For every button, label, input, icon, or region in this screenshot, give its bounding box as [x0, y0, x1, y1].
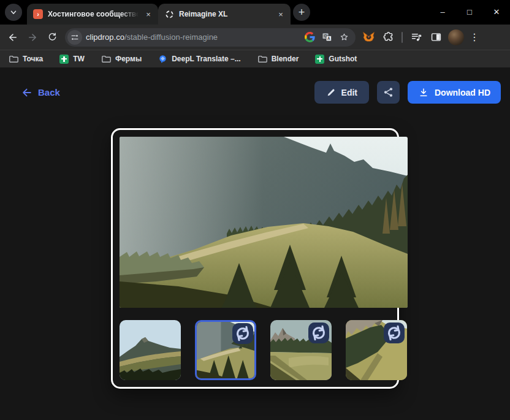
extensions-button[interactable]	[379, 28, 397, 47]
back-arrow-icon	[7, 32, 18, 43]
tab-title: Reimagine XL	[179, 10, 271, 18]
clipdrop-favicon	[164, 9, 174, 19]
green-sheet-icon	[59, 55, 69, 64]
back-label: Back	[38, 87, 60, 97]
page-header: Back Edit Download HD	[0, 67, 510, 104]
metamask-fox-icon	[362, 31, 375, 44]
side-panel-icon	[430, 31, 442, 43]
site-info-button[interactable]	[67, 30, 82, 45]
thumbnail-variation-2[interactable]	[270, 320, 332, 380]
reimagine-refresh-button[interactable]	[232, 323, 253, 344]
back-button[interactable]	[4, 28, 22, 47]
chevron-down-icon	[9, 8, 18, 17]
tab-hosting-community[interactable]: › Хостинговое сообщество «Ti ×	[27, 4, 158, 25]
side-panel-button[interactable]	[427, 28, 445, 47]
sync-icon	[232, 323, 253, 344]
tab-close-icon[interactable]: ×	[276, 9, 286, 19]
star-icon	[339, 32, 349, 42]
tune-icon	[70, 33, 79, 42]
share-icon	[382, 86, 394, 98]
result-card	[111, 128, 399, 389]
edit-button[interactable]: Edit	[314, 81, 369, 104]
bookmark-fermy[interactable]: Фермы	[101, 54, 142, 64]
thumbnail-variation-1-selected[interactable]	[195, 320, 256, 380]
back-link[interactable]: Back	[21, 86, 60, 99]
thumbnail-row	[120, 320, 390, 380]
profile-avatar[interactable]	[448, 29, 464, 45]
address-bar[interactable]: clipdrop.co/stable-diffusion-reimagine G…	[65, 28, 356, 47]
bookmark-deepl[interactable]: DeepL Translate –...	[158, 55, 241, 64]
thumbnail-original[interactable]	[120, 320, 181, 380]
extensions-puzzle-icon	[382, 31, 394, 43]
red-chevron-favicon: ›	[33, 9, 43, 19]
reimagine-refresh-button[interactable]	[384, 323, 405, 343]
window-controls: – □ ✕	[429, 0, 510, 23]
share-button[interactable]	[377, 81, 400, 104]
browser-menu-button[interactable]: ⋮	[467, 31, 482, 43]
forward-arrow-icon	[27, 32, 38, 43]
bookmark-tw[interactable]: TW	[59, 55, 85, 64]
maximize-button[interactable]: □	[456, 0, 483, 23]
tab-title: Хостинговое сообщество «Ti	[48, 10, 139, 18]
back-arrow-icon	[21, 86, 33, 99]
forward-button[interactable]	[23, 28, 42, 47]
reload-button[interactable]	[43, 28, 61, 47]
close-button[interactable]: ✕	[483, 0, 510, 23]
url-text[interactable]: clipdrop.co/stable-diffusion-reimagine	[86, 32, 299, 42]
bookmark-star-button[interactable]	[337, 31, 351, 44]
svg-text:A: A	[327, 36, 330, 40]
reload-icon	[47, 32, 58, 42]
metamask-extension-button[interactable]	[359, 28, 378, 47]
folder-icon	[257, 54, 267, 64]
sync-icon	[384, 323, 405, 343]
tab-strip: › Хостинговое сообщество «Ti × Reimagine…	[0, 0, 510, 25]
bookmark-gutshot[interactable]: Gutshot	[315, 55, 357, 64]
reimagine-refresh-button[interactable]	[308, 323, 329, 343]
bookmark-blender[interactable]: Blender	[257, 54, 299, 64]
thumbnail-variation-3[interactable]	[346, 320, 407, 380]
google-g-icon	[305, 32, 315, 42]
download-icon	[418, 87, 429, 98]
tab-search-button[interactable]	[5, 4, 22, 21]
minimize-button[interactable]: –	[429, 0, 456, 23]
media-controls-button[interactable]	[407, 28, 425, 47]
sync-icon	[308, 323, 329, 343]
download-label: Download HD	[435, 88, 490, 97]
bookmarks-bar: Точка TW Фермы DeepL Translate –... Blen…	[0, 50, 510, 67]
folder-icon	[101, 54, 111, 64]
pencil-icon	[326, 88, 336, 97]
download-hd-button[interactable]: Download HD	[408, 81, 501, 104]
browser-window: › Хостинговое сообщество «Ti × Reimagine…	[0, 0, 510, 420]
clipdrop-page: Back Edit Download HD	[0, 67, 510, 420]
toolbar-divider	[402, 32, 403, 43]
tab-close-icon[interactable]: ×	[143, 9, 153, 19]
deepl-icon	[158, 55, 167, 64]
browser-toolbar: clipdrop.co/stable-diffusion-reimagine G…	[0, 25, 510, 50]
main-preview-image	[120, 137, 408, 308]
media-controls-icon	[411, 31, 422, 43]
url-path: /stable-diffusion-reimagine	[124, 32, 218, 42]
tab-reimagine-xl[interactable]: Reimagine XL ×	[158, 4, 291, 25]
new-tab-button[interactable]: +	[293, 4, 310, 21]
folder-icon	[9, 54, 18, 64]
translate-icon: G A	[322, 32, 332, 42]
translate-button[interactable]: G A	[320, 31, 333, 44]
edit-label: Edit	[341, 88, 357, 97]
bookmark-tochka[interactable]: Точка	[9, 54, 43, 64]
green-sheet-icon	[315, 55, 324, 64]
url-host: clipdrop.co	[86, 32, 124, 42]
google-g-button[interactable]	[303, 31, 316, 44]
